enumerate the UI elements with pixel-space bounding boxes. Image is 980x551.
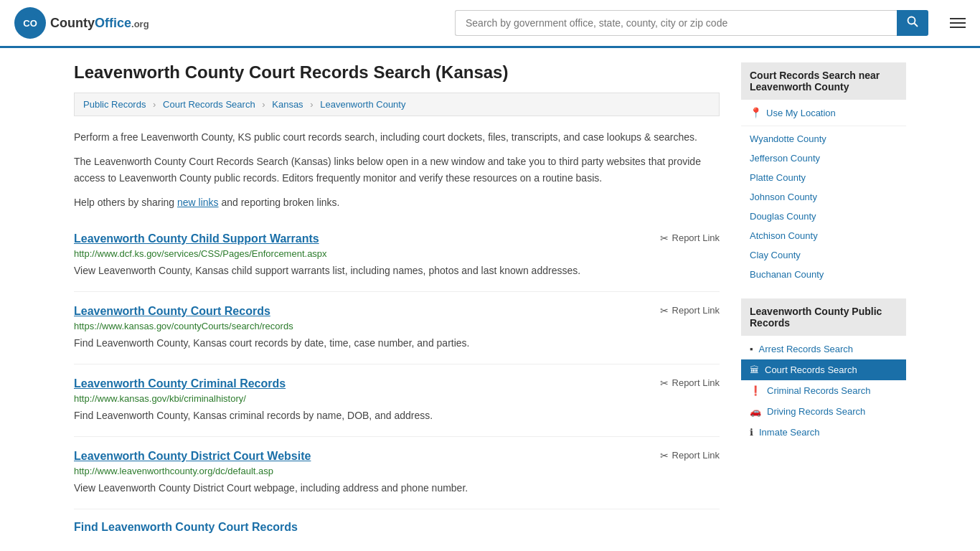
court-icon: 🏛	[750, 364, 759, 375]
result-2-title[interactable]: Leavenworth County Court Records	[74, 305, 270, 318]
jefferson-link[interactable]: Jefferson County	[750, 153, 820, 164]
description-p1: Perform a free Leavenworth County, KS pu…	[74, 129, 720, 145]
report-icon-3: ✂	[660, 377, 669, 389]
douglas-link[interactable]: Douglas County	[750, 211, 816, 222]
result-2-report-label: Report Link	[672, 305, 720, 316]
result-4-header: Leavenworth County District Court Websit…	[74, 450, 720, 463]
breadcrumb-sep-1: ›	[153, 99, 156, 110]
description-p2: The Leavenworth County Court Records Sea…	[74, 154, 720, 186]
court-link[interactable]: Court Records Search	[765, 364, 857, 375]
result-3-report[interactable]: ✂ Report Link	[660, 377, 720, 389]
result-item-3: Leavenworth County Criminal Records ✂ Re…	[74, 364, 720, 437]
main-content: Leavenworth County Court Records Search …	[74, 62, 720, 534]
criminal-link[interactable]: Criminal Records Search	[767, 385, 871, 396]
sidebar-county-jefferson[interactable]: Jefferson County	[741, 149, 906, 168]
logo-text: CountyOffice.org	[50, 16, 149, 31]
sidebar-county-douglas[interactable]: Douglas County	[741, 207, 906, 226]
sidebar-county-buchanan[interactable]: Buchanan County	[741, 265, 906, 284]
breadcrumb-public-records[interactable]: Public Records	[83, 99, 146, 110]
result-1-desc: View Leavenworth County, Kansas child su…	[74, 263, 720, 278]
inmate-link[interactable]: Inmate Search	[759, 427, 820, 438]
result-4-url[interactable]: http://www.leavenworthcounty.org/dc/defa…	[74, 466, 720, 476]
logo[interactable]: CO CountyOffice.org	[14, 7, 149, 39]
result-1-url[interactable]: http://www.dcf.ks.gov/services/CSS/Pages…	[74, 248, 720, 259]
driving-link[interactable]: Driving Records Search	[767, 406, 865, 417]
breadcrumb-kansas[interactable]: Kansas	[272, 99, 303, 110]
wyandotte-link[interactable]: Wyandotte County	[750, 133, 826, 144]
new-links-link[interactable]: new links	[177, 197, 219, 208]
sidebar-county-atchison[interactable]: Atchison County	[741, 226, 906, 245]
sidebar-county-clay[interactable]: Clay County	[741, 245, 906, 265]
use-my-location-link[interactable]: Use My Location	[766, 108, 836, 118]
result-2-header: Leavenworth County Court Records ✂ Repor…	[74, 305, 720, 318]
result-1-title[interactable]: Leavenworth County Child Support Warrant…	[74, 232, 319, 245]
clay-link[interactable]: Clay County	[750, 250, 801, 260]
result-1-report[interactable]: ✂ Report Link	[660, 232, 720, 244]
inmate-icon: ℹ	[750, 427, 753, 438]
use-my-location[interactable]: 📍 Use My Location	[741, 103, 906, 126]
result-4-title[interactable]: Leavenworth County District Court Websit…	[74, 450, 311, 463]
sidebar: Court Records Search near Leavenworth Co…	[741, 62, 906, 534]
johnson-link[interactable]: Johnson County	[750, 192, 817, 202]
description-p3-prefix: Help others by sharing	[74, 197, 177, 208]
logo-icon: CO	[14, 7, 46, 39]
pub-records-heading: Leavenworth County Public Records	[741, 298, 906, 336]
description-p3-suffix: and reporting broken links.	[219, 197, 340, 208]
breadcrumb-sep-3: ›	[310, 99, 313, 110]
site-header: CO CountyOffice.org	[0, 0, 980, 48]
nearby-section: Court Records Search near Leavenworth Co…	[741, 62, 906, 284]
pub-records-inmate[interactable]: ℹ Inmate Search	[741, 422, 906, 443]
pub-records-driving[interactable]: 🚗 Driving Records Search	[741, 401, 906, 422]
result-2-desc: Find Leavenworth County, Kansas court re…	[74, 336, 720, 351]
sidebar-county-wyandotte[interactable]: Wyandotte County	[741, 129, 906, 149]
breadcrumb-leavenworth[interactable]: Leavenworth County	[320, 99, 405, 110]
pub-records-criminal[interactable]: ❗ Criminal Records Search	[741, 380, 906, 401]
breadcrumb-sep-2: ›	[262, 99, 265, 110]
description-p3: Help others by sharing new links and rep…	[74, 194, 720, 210]
search-input[interactable]	[455, 10, 897, 36]
report-icon-2: ✂	[660, 305, 669, 316]
svg-line-3	[915, 24, 918, 27]
report-icon-4: ✂	[660, 450, 669, 461]
search-button[interactable]	[897, 10, 928, 36]
report-icon-1: ✂	[660, 232, 669, 244]
result-item-1: Leavenworth County Child Support Warrant…	[74, 220, 720, 292]
page-container: Leavenworth County Court Records Search …	[60, 48, 920, 548]
pub-records-section: Leavenworth County Public Records ▪ Arre…	[741, 298, 906, 443]
arrest-icon: ▪	[750, 344, 753, 354]
result-4-desc: View Leavenworth County District Court w…	[74, 481, 720, 496]
result-3-desc: Find Leavenworth County, Kansas criminal…	[74, 408, 720, 423]
atchison-link[interactable]: Atchison County	[750, 230, 818, 241]
result-3-title[interactable]: Leavenworth County Criminal Records	[74, 377, 286, 390]
sidebar-county-platte[interactable]: Platte County	[741, 168, 906, 187]
result-item-2: Leavenworth County Court Records ✂ Repor…	[74, 292, 720, 364]
result-3-url[interactable]: http://www.kansas.gov/kbi/criminalhistor…	[74, 393, 720, 404]
arrest-link[interactable]: Arrest Records Search	[759, 344, 854, 354]
result-2-url[interactable]: https://www.kansas.gov/countyCourts/sear…	[74, 321, 720, 331]
svg-text:CO: CO	[23, 18, 37, 29]
result-4-report-label: Report Link	[672, 450, 720, 461]
location-pin-icon: 📍	[750, 107, 762, 118]
result-4-report[interactable]: ✂ Report Link	[660, 450, 720, 461]
breadcrumb-court-records[interactable]: Court Records Search	[163, 99, 255, 110]
buchanan-link[interactable]: Buchanan County	[750, 269, 824, 280]
result-3-report-label: Report Link	[672, 377, 720, 388]
sidebar-county-johnson[interactable]: Johnson County	[741, 187, 906, 207]
menu-button[interactable]	[950, 18, 966, 28]
driving-icon: 🚗	[750, 406, 761, 417]
result-1-report-label: Report Link	[672, 232, 720, 243]
breadcrumb: Public Records › Court Records Search › …	[74, 93, 720, 116]
result-item-4: Leavenworth County District Court Websit…	[74, 437, 720, 509]
find-section-title: Find Leavenworth County Court Records	[74, 509, 720, 534]
pub-records-court[interactable]: 🏛 Court Records Search	[741, 359, 906, 380]
nearby-heading: Court Records Search near Leavenworth Co…	[741, 62, 906, 100]
result-3-header: Leavenworth County Criminal Records ✂ Re…	[74, 377, 720, 390]
search-bar	[455, 10, 928, 36]
result-2-report[interactable]: ✂ Report Link	[660, 305, 720, 316]
pub-records-arrest[interactable]: ▪ Arrest Records Search	[741, 339, 906, 359]
result-1-header: Leavenworth County Child Support Warrant…	[74, 232, 720, 245]
criminal-icon: ❗	[750, 385, 761, 396]
svg-point-2	[908, 17, 915, 24]
page-title: Leavenworth County Court Records Search …	[74, 62, 720, 83]
platte-link[interactable]: Platte County	[750, 172, 806, 183]
